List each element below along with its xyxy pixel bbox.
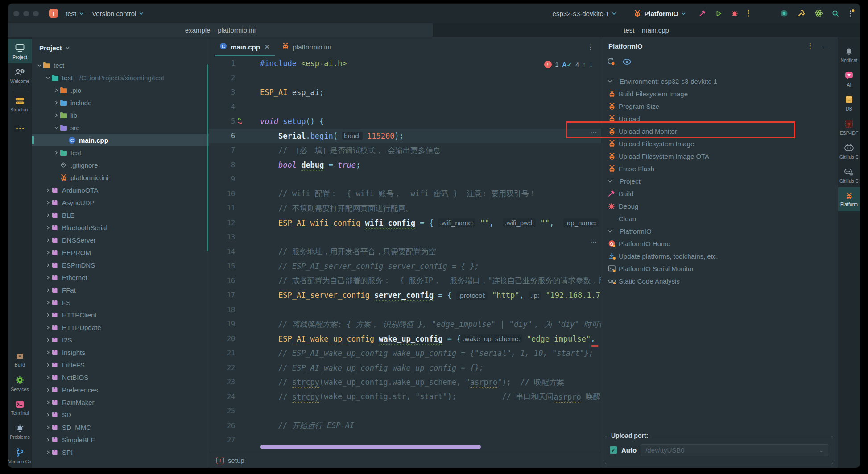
- tree-item-src[interactable]: src: [32, 121, 209, 134]
- tree-item-ble[interactable]: BLE: [32, 209, 209, 221]
- code-line-15[interactable]: 15 // ESP_AI_server_config server_config…: [209, 259, 601, 274]
- chevron-right-icon[interactable]: [53, 100, 60, 105]
- chevron-right-icon[interactable]: [44, 400, 51, 405]
- tool-strip-item-github-c[interactable]: GitHub C: [838, 139, 860, 163]
- build-icon[interactable]: [699, 10, 707, 17]
- tool-strip-item-build[interactable]: Build: [8, 347, 32, 371]
- chevron-down-icon[interactable]: [606, 179, 614, 184]
- project-switcher[interactable]: test: [66, 10, 84, 17]
- pio-task-environment-esp32-s3-devkitc-1[interactable]: Environment: esp32-s3-devkitc-1: [601, 75, 838, 87]
- code-viewport[interactable]: 1#include <esp-ai.h>23ESP_AI esp_ai;45vo…: [209, 56, 601, 453]
- tree-item--pio[interactable]: .pio: [32, 84, 209, 96]
- code-line-8[interactable]: 8 bool debug = true;: [209, 158, 601, 173]
- tool-strip-item-db[interactable]: DB: [838, 91, 860, 115]
- chevron-right-icon[interactable]: [44, 325, 51, 330]
- tree-item--gitignore[interactable]: .gitignore: [32, 159, 209, 171]
- pio-task-clean[interactable]: Clean: [601, 212, 838, 225]
- chevron-right-icon[interactable]: [44, 412, 51, 417]
- tree-item-bluetoothserial[interactable]: BluetoothSerial: [32, 221, 209, 234]
- tree-item-simpleble[interactable]: SimpleBLE: [32, 433, 209, 446]
- tree-item-test[interactable]: test~/CLionProjects/xiaoming/test: [32, 71, 209, 84]
- next-issue-arrow-icon[interactable]: ↓: [590, 61, 593, 68]
- pio-task-static-code-analysis[interactable]: Static Code Analysis: [601, 275, 838, 287]
- chevron-right-icon[interactable]: [44, 250, 51, 255]
- tree-item-insights[interactable]: Insights: [32, 346, 209, 359]
- chevron-down-icon[interactable]: [53, 125, 60, 130]
- code-line-1[interactable]: 1#include <esp-ai.h>: [209, 56, 601, 71]
- tree-item-sd-mmc[interactable]: SD_MMC: [32, 421, 209, 433]
- vcs-widget[interactable]: Version control: [92, 10, 144, 17]
- code-line-19[interactable]: 19 // 离线唤醒方案: { 方案， 识别阈值 }, "edge_impuls…: [209, 317, 601, 332]
- chevron-right-icon[interactable]: [44, 275, 51, 280]
- pio-task-upload[interactable]: Upload: [601, 112, 838, 125]
- code-line-3[interactable]: 3ESP_AI esp_ai;: [209, 85, 601, 100]
- chevron-right-icon[interactable]: [44, 375, 51, 380]
- code-line-25[interactable]: 25: [209, 404, 601, 419]
- traffic-light-zoom-button[interactable]: [33, 11, 39, 16]
- tool-strip-item-ai[interactable]: AI: [838, 67, 860, 91]
- prev-issue-arrow-icon[interactable]: ↑: [583, 61, 586, 68]
- traffic-light-close-button[interactable]: [13, 11, 19, 16]
- pio-task-platformio-serial-monitor[interactable]: PlatformIO Serial Monitor: [601, 262, 838, 275]
- chevron-down-icon[interactable]: [606, 229, 614, 234]
- chevron-right-icon[interactable]: [44, 313, 51, 317]
- pio-task-project[interactable]: Project: [601, 175, 838, 187]
- chevron-down-icon[interactable]: [606, 79, 614, 84]
- horizontal-scrollbar[interactable]: [260, 445, 481, 449]
- more-actions-kebab-icon[interactable]: [747, 9, 750, 17]
- pio-task-build[interactable]: Build: [601, 187, 838, 200]
- tree-item-httpclient[interactable]: HTTPClient: [32, 309, 209, 321]
- eye-icon[interactable]: [622, 58, 632, 67]
- tree-item-littlefs[interactable]: LittleFS: [32, 359, 209, 371]
- chevron-right-icon[interactable]: [44, 425, 51, 430]
- tree-item-main-cpp[interactable]: Cmain.cpp: [32, 134, 209, 146]
- tree-item-platformio-ini[interactable]: platformio.ini: [32, 171, 209, 184]
- device-selector[interactable]: esp32-s3-devkitc-1: [553, 10, 617, 17]
- pio-task-erase-flash[interactable]: Erase Flash: [601, 162, 838, 175]
- tree-item-httpupdate[interactable]: HTTPUpdate: [32, 321, 209, 334]
- code-line-22[interactable]: 22 // ESP_AI_wake_up_config wake_up_conf…: [209, 361, 601, 375]
- inline-fold-mark[interactable]: ⋯: [590, 238, 597, 246]
- editor-tab-main-cpp[interactable]: Cmain.cpp✕: [214, 37, 276, 56]
- editor-options-kebab-icon[interactable]: ⋮: [587, 43, 595, 51]
- chevron-right-icon[interactable]: [53, 88, 60, 93]
- code-line-21[interactable]: 21 // ESP_AI_wake_up_config wake_up_conf…: [209, 346, 601, 361]
- tree-item-test[interactable]: test: [32, 146, 209, 159]
- chevron-down-icon[interactable]: [36, 63, 43, 68]
- plugins-icon[interactable]: [814, 9, 823, 17]
- pio-task-platformio[interactable]: PlatformIO: [601, 225, 838, 237]
- error-stripe-mark[interactable]: [591, 345, 598, 347]
- pio-task-debug[interactable]: Debug: [601, 200, 838, 212]
- tree-item-spi[interactable]: SPI: [32, 446, 209, 458]
- tree-item-sd[interactable]: SD: [32, 408, 209, 421]
- chevron-right-icon[interactable]: [44, 350, 51, 355]
- chevron-right-icon[interactable]: [44, 387, 51, 392]
- code-line-23[interactable]: 23 // strcpy(wake_up_config.wake_up_sche…: [209, 375, 601, 390]
- pio-task-build-filesystem-image[interactable]: Build Filesystem Image: [601, 87, 838, 100]
- chevron-right-icon[interactable]: [44, 200, 51, 205]
- tools-icon[interactable]: [797, 9, 806, 17]
- code-line-6[interactable]: 6 Serial.begin( baud: 115200);: [209, 129, 601, 144]
- chevron-right-icon[interactable]: [44, 363, 51, 367]
- auto-checkbox[interactable]: ✓: [610, 446, 617, 454]
- code-line-14[interactable]: 14 // 服务地址，用开发者平台，只需要配置为空: [209, 245, 601, 260]
- tree-item-arduinoota[interactable]: ArduinoOTA: [32, 184, 209, 196]
- code-line-7[interactable]: 7 // ［必 填］是否调试模式， 会输出更多信息: [209, 143, 601, 158]
- tree-item-preferences[interactable]: Preferences: [32, 383, 209, 396]
- chevron-right-icon[interactable]: [44, 263, 51, 268]
- chevron-right-icon[interactable]: [44, 288, 51, 293]
- traffic-light-minimize-button[interactable]: [23, 11, 29, 16]
- tree-item-ffat[interactable]: FFat: [32, 284, 209, 296]
- screen-record-icon[interactable]: [780, 9, 788, 17]
- inspections-widget[interactable]: ! 1 A✓ 4 ↑ ↓: [544, 61, 593, 68]
- pio-task-upload-and-monitor[interactable]: Upload and Monitor: [601, 125, 838, 137]
- tool-strip-item-services[interactable]: Services: [8, 371, 32, 396]
- debug-icon[interactable]: [731, 10, 738, 17]
- tool-strip-item-welcome[interactable]: ?Welcome: [8, 63, 32, 87]
- tree-item-ethernet[interactable]: Ethernet: [32, 271, 209, 284]
- chevron-right-icon[interactable]: [44, 437, 51, 442]
- code-line-2[interactable]: 2: [209, 71, 601, 86]
- tool-strip-item-terminal[interactable]: Terminal: [8, 396, 32, 420]
- refresh-icon[interactable]: [607, 58, 615, 67]
- project-scrollbar[interactable]: [207, 64, 208, 251]
